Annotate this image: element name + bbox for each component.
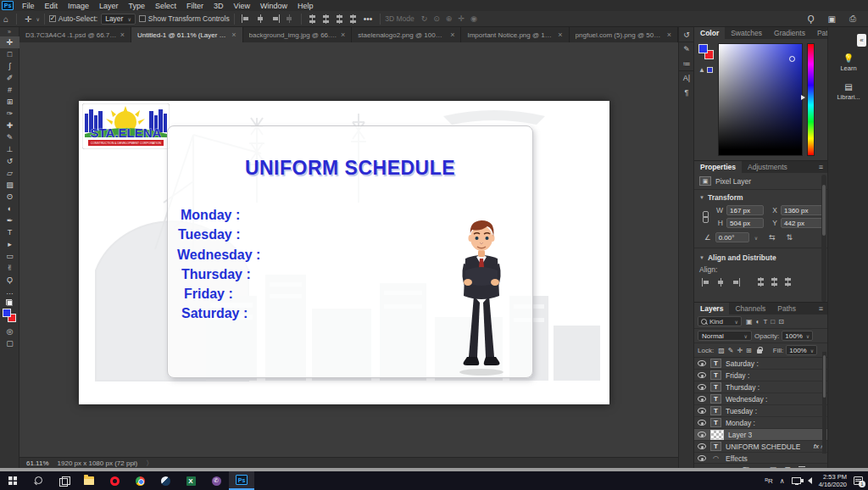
character-panel-icon[interactable]: A|: [679, 70, 694, 85]
opacity-input[interactable]: 100%∨: [782, 331, 813, 341]
panel-menu-icon[interactable]: ≡: [815, 161, 827, 173]
edit-toolbar-tool[interactable]: …: [0, 286, 19, 298]
document-tab[interactable]: Untitled-1 @ 61.1% (Layer 3, RGB/8#) *×: [131, 27, 243, 42]
toolbar-overflow-chevron[interactable]: »: [0, 27, 19, 36]
visibility-eye-icon[interactable]: [698, 396, 706, 402]
layer-filter-kind-dropdown[interactable]: Kind ∨: [698, 316, 742, 326]
photoshop-taskbar-button[interactable]: Ps: [229, 471, 254, 490]
align-section-header[interactable]: ▼Align and Distribute: [694, 250, 827, 264]
close-icon[interactable]: ×: [558, 31, 562, 39]
panel-fg-bg-swatches[interactable]: [698, 44, 714, 59]
align-top-icon[interactable]: [757, 277, 765, 287]
zoom-level[interactable]: 61.11%: [26, 459, 49, 467]
color-tab-swatches[interactable]: Swatches: [725, 27, 768, 39]
lock-icon-3[interactable]: ⊞: [744, 347, 754, 354]
visibility-eye-icon[interactable]: [698, 420, 706, 426]
paragraph-panel-icon[interactable]: ¶: [679, 85, 694, 99]
y-input[interactable]: 442 px: [781, 218, 823, 228]
properties-tab-adjustments[interactable]: Adjustments: [742, 161, 793, 173]
menu-filter[interactable]: Filter: [181, 0, 209, 11]
clone-stamp-tool[interactable]: ⊥: [0, 143, 19, 155]
color-tab-color[interactable]: Color: [694, 27, 725, 39]
menu-edit[interactable]: Edit: [40, 0, 64, 11]
color-tab-gradients[interactable]: Gradients: [768, 27, 811, 39]
opera-taskbar-button[interactable]: [102, 471, 127, 490]
lasso-tool[interactable]: ʃ: [0, 60, 19, 72]
tray-app-icon[interactable]: ᴿR: [765, 477, 772, 485]
more-options-icon[interactable]: •••: [360, 14, 376, 24]
visibility-eye-icon[interactable]: [698, 455, 706, 461]
document-tab[interactable]: D3.7C3A4C4 .1.psd @ 66.7% (accoun...×: [19, 27, 131, 42]
flip-vertical-icon[interactable]: ⇅: [787, 233, 793, 242]
viber-taskbar-button[interactable]: ✆: [203, 471, 229, 490]
steam-taskbar-button[interactable]: [153, 471, 178, 490]
workspace-switcher-icon[interactable]: ▣: [825, 14, 839, 24]
document-tab[interactable]: pngfuel.com (5).png @ 50% (Layer 1...×: [570, 27, 678, 42]
layers-scrollbar[interactable]: [822, 352, 826, 454]
type-tool[interactable]: T: [0, 226, 19, 238]
visibility-eye-icon[interactable]: [698, 443, 706, 449]
visibility-eye-icon[interactable]: [698, 360, 706, 366]
show-transform-checkbox[interactable]: [139, 15, 146, 22]
learn-panel-button[interactable]: 💡 Learn: [831, 51, 866, 75]
path-selection-tool[interactable]: ▸: [0, 238, 19, 250]
align-right-icon[interactable]: [731, 278, 740, 287]
visibility-eye-icon[interactable]: [698, 408, 706, 414]
document-canvas[interactable]: STA.ELENA CONSTRUCTION & DEVELOPMENT COR…: [79, 101, 609, 404]
lock-icon-2[interactable]: ✛: [735, 347, 744, 354]
layer-row[interactable]: TUNIFORM SCHEDULEfx: [694, 441, 827, 453]
align-bottom-icon[interactable]: [784, 277, 793, 287]
menu-file[interactable]: File: [17, 0, 40, 11]
eyedropper-tool[interactable]: ✑: [0, 108, 19, 120]
document-tab[interactable]: staelenalogo2.png @ 100% (Layer 1,...×: [352, 27, 461, 42]
collapse-panels-button[interactable]: «: [857, 34, 866, 47]
align-left-icon[interactable]: [242, 14, 251, 23]
layer-filter-icon-3[interactable]: □: [769, 318, 776, 326]
menu-help[interactable]: Help: [292, 0, 319, 11]
layers-tab-paths[interactable]: Paths: [771, 303, 802, 315]
flip-horizontal-icon[interactable]: ⇆: [769, 233, 776, 242]
chevron-down-icon[interactable]: ∨: [36, 16, 39, 22]
link-dimensions-icon[interactable]: [703, 211, 708, 223]
canvas-pasteboard[interactable]: STA.ELENA CONSTRUCTION & DEVELOPMENT COR…: [19, 42, 678, 457]
close-icon[interactable]: ×: [450, 31, 454, 39]
auto-select-dropdown[interactable]: Layer ∨: [101, 14, 136, 25]
distribute-vertical-icon[interactable]: [309, 14, 317, 24]
color-picker-marker[interactable]: [789, 56, 795, 62]
blur-tool[interactable]: ʘ: [0, 191, 19, 203]
menu-type[interactable]: Type: [124, 0, 151, 11]
gradient-tool[interactable]: ▨: [0, 179, 19, 191]
3d-mode-icon-4[interactable]: ◉: [470, 14, 477, 23]
crop-tool[interactable]: #: [0, 84, 19, 96]
start-taskbar-button[interactable]: [0, 471, 25, 490]
close-icon[interactable]: ×: [120, 31, 125, 39]
align-top-icon[interactable]: [285, 14, 294, 23]
document-tab[interactable]: Important Notice.png @ 100% (Laye...×: [461, 27, 569, 42]
properties-tab-properties[interactable]: Properties: [694, 161, 742, 173]
layer-row[interactable]: TFriday :: [694, 370, 827, 381]
quick-selection-tool[interactable]: ✐: [0, 72, 19, 84]
rotation-input[interactable]: 0.00°: [715, 232, 749, 242]
align-left-icon[interactable]: [702, 278, 711, 287]
properties-scrollbar[interactable]: [821, 175, 826, 302]
align-center-icon[interactable]: [716, 278, 726, 287]
dodge-tool[interactable]: ◐: [0, 203, 19, 214]
healing-brush-tool[interactable]: ✚: [0, 120, 19, 131]
lock-icon-0[interactable]: ▨: [716, 347, 726, 354]
menu-select[interactable]: Select: [150, 0, 181, 11]
layer-row[interactable]: TWednesday :: [694, 393, 827, 405]
brush-settings-panel-icon[interactable]: ✎: [679, 42, 694, 56]
quick-mask-icon[interactable]: ◎: [0, 326, 19, 337]
foreground-color-swatch[interactable]: [3, 309, 11, 317]
history-panel-icon[interactable]: ↺: [679, 27, 694, 42]
rectangular-marquee-tool[interactable]: □: [0, 48, 19, 60]
move-tool[interactable]: ✛: [0, 36, 19, 48]
color-field[interactable]: [718, 43, 803, 156]
layers-tab-channels[interactable]: Channels: [729, 303, 771, 315]
menu-image[interactable]: Image: [63, 0, 94, 11]
3d-mode-icon-2[interactable]: ⊕: [446, 14, 453, 23]
hue-slider-marker[interactable]: [801, 95, 805, 100]
libraries-panel-button[interactable]: ▤ Librari...: [831, 80, 866, 103]
layer-filter-icon-0[interactable]: ▣: [744, 318, 754, 326]
distribute-right-icon[interactable]: [349, 14, 358, 24]
